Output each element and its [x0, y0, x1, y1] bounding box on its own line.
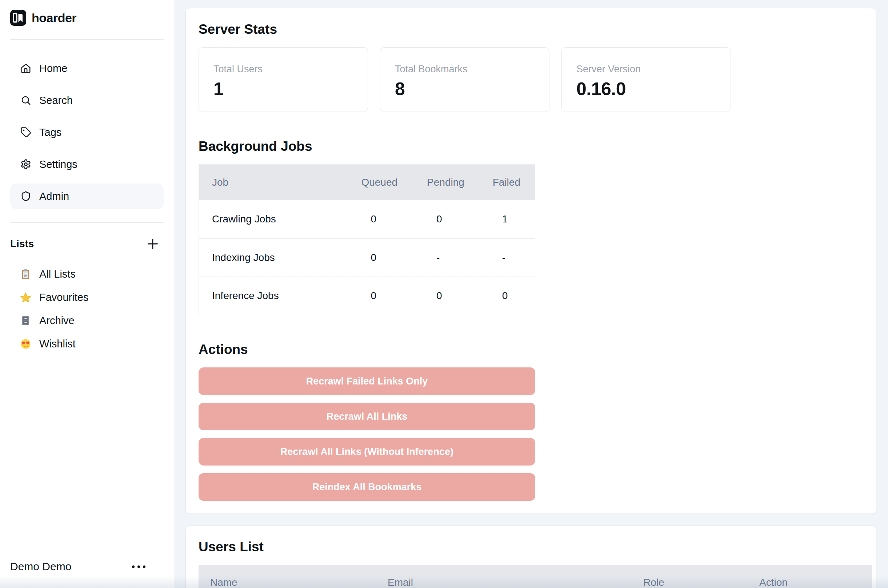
file-cabinet-icon: [20, 315, 31, 326]
clipboard-icon: [20, 268, 31, 280]
table-row: Crawling Jobs 0 0 1: [199, 200, 535, 238]
recrawl-failed-links-button[interactable]: Recrawl Failed Links Only: [198, 368, 535, 395]
logo-text: hoarder: [32, 11, 77, 25]
stat-value: 8: [395, 78, 549, 100]
pending-cell: -: [427, 238, 493, 276]
sidebar-item-label: Home: [39, 63, 67, 75]
table-header-row: Name Email Role Action: [198, 565, 872, 588]
divider: [10, 222, 164, 223]
users-list-card: Users List Name Email Role Action: [185, 525, 876, 588]
job-cell: Indexing Jobs: [199, 238, 361, 276]
shield-icon: [20, 191, 31, 202]
app-root: hoarder Home Search Tags: [0, 0, 888, 588]
ellipsis-icon: [132, 566, 146, 568]
search-icon: [20, 95, 31, 106]
failed-cell: -: [493, 238, 535, 276]
divider: [10, 39, 164, 40]
sidebar-item-label: Search: [39, 94, 73, 106]
stat-label: Total Users: [213, 64, 368, 75]
queued-cell: 0: [361, 276, 427, 315]
lists-title: Lists: [10, 238, 34, 250]
table-row: Inference Jobs 0 0 0: [199, 276, 535, 315]
sidebar-item-tags[interactable]: Tags: [10, 120, 164, 145]
column-header-queued: Queued: [361, 165, 427, 200]
list-item-wishlist[interactable]: Wishlist: [10, 335, 164, 352]
sidebar-item-label: Admin: [39, 190, 69, 202]
pending-cell: 0: [427, 276, 493, 315]
users-list-title: Users List: [198, 538, 863, 555]
actions-section: Recrawl Failed Links Only Recrawl All Li…: [198, 368, 863, 501]
column-header-action: Action: [748, 565, 872, 588]
table-header-row: Job Queued Pending Failed: [199, 165, 535, 200]
list-item-label: Favourites: [39, 291, 89, 303]
lists-section: All Lists Favourites: [10, 266, 164, 352]
star-icon: [20, 292, 31, 303]
list-item-label: All Lists: [39, 268, 76, 280]
stat-card-total-users: Total Users 1: [198, 47, 368, 112]
server-stats-row: Total Users 1 Total Bookmarks 8 Server V…: [198, 47, 863, 112]
column-header-pending: Pending: [427, 165, 493, 200]
actions-title: Actions: [198, 341, 863, 358]
background-jobs-table: Job Queued Pending Failed Crawling Jobs …: [198, 164, 535, 315]
users-list-table: Name Email Role Action: [198, 565, 872, 588]
background-jobs-title: Background Jobs: [198, 138, 863, 155]
list-item-label: Wishlist: [39, 338, 76, 350]
job-cell: Inference Jobs: [199, 276, 361, 315]
stat-card-total-bookmarks: Total Bookmarks 8: [380, 47, 550, 112]
add-list-button[interactable]: [145, 236, 161, 252]
server-stats-title: Server Stats: [198, 21, 863, 38]
sidebar-item-label: Tags: [39, 126, 62, 138]
admin-panel-card: Server Stats Total Users 1 Total Bookmar…: [185, 8, 876, 514]
stat-label: Server Version: [576, 64, 730, 75]
stat-value: 0.16.0: [576, 78, 730, 100]
lists-header: Lists: [10, 235, 164, 253]
column-header-role: Role: [632, 565, 748, 588]
sidebar: hoarder Home Search Tags: [0, 0, 174, 588]
queued-cell: 0: [361, 200, 427, 238]
recrawl-all-links-without-inference-button[interactable]: Recrawl All Links (Without Inference): [198, 438, 535, 465]
sidebar-item-settings[interactable]: Settings: [10, 152, 164, 177]
queued-cell: 0: [361, 238, 427, 276]
column-header-failed: Failed: [493, 165, 535, 200]
recrawl-all-links-button[interactable]: Recrawl All Links: [198, 403, 535, 430]
table-row: Indexing Jobs 0 - -: [199, 238, 535, 276]
job-cell: Crawling Jobs: [199, 200, 361, 238]
column-header-name: Name: [198, 565, 376, 588]
stat-card-server-version: Server Version 0.16.0: [562, 47, 731, 112]
failed-cell: 0: [493, 276, 535, 315]
sidebar-item-label: Settings: [39, 159, 77, 171]
tag-icon: [20, 127, 31, 138]
stat-label: Total Bookmarks: [395, 64, 549, 75]
list-item-archive[interactable]: Archive: [10, 312, 164, 329]
column-header-email: Email: [376, 565, 632, 588]
hoarder-logo-icon: [10, 10, 26, 26]
plus-icon: [146, 237, 160, 251]
home-icon: [20, 63, 31, 74]
sidebar-item-admin[interactable]: Admin: [10, 183, 164, 209]
user-menu[interactable]: Demo Demo: [10, 560, 164, 573]
heart-eyes-icon: [20, 338, 31, 350]
sidebar-item-search[interactable]: Search: [10, 88, 164, 113]
stat-value: 1: [213, 78, 368, 100]
list-item-all-lists[interactable]: All Lists: [10, 266, 164, 282]
list-item-label: Archive: [39, 315, 75, 327]
sidebar-nav: Home Search Tags Settings: [10, 56, 164, 209]
app-logo[interactable]: hoarder: [10, 9, 164, 26]
main-content: Server Stats Total Users 1 Total Bookmar…: [174, 0, 888, 588]
list-item-favourites[interactable]: Favourites: [10, 289, 164, 306]
gear-icon: [20, 159, 31, 170]
user-name: Demo Demo: [10, 560, 71, 573]
sidebar-item-home[interactable]: Home: [10, 56, 164, 81]
column-header-job: Job: [199, 165, 361, 200]
pending-cell: 0: [427, 200, 493, 238]
reindex-all-bookmarks-button[interactable]: Reindex All Bookmarks: [198, 473, 535, 501]
failed-cell: 1: [493, 200, 535, 238]
